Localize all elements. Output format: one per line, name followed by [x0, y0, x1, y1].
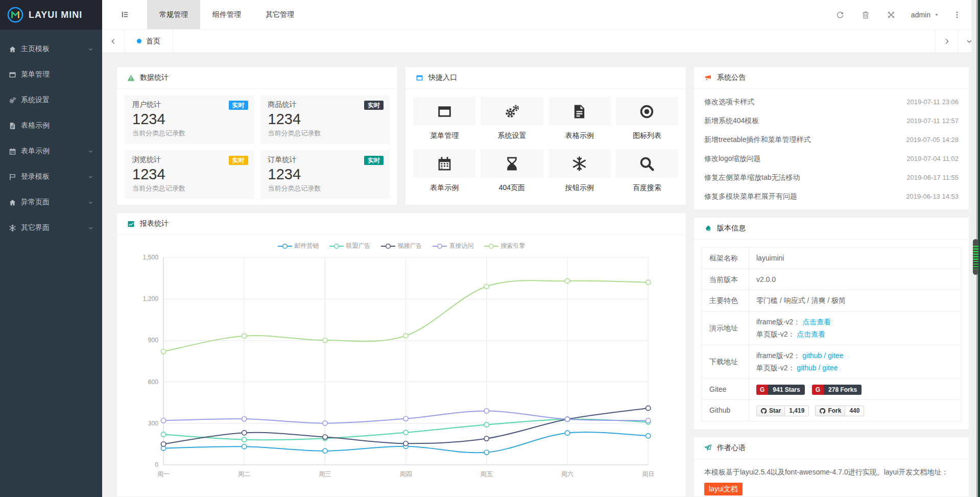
sidebar-item[interactable]: 表单示例: [0, 138, 102, 164]
shortcut-item[interactable]: 图标列表: [616, 97, 678, 147]
tab-home-label: 首页: [146, 37, 160, 46]
shortcut-label: 图标列表: [616, 131, 678, 140]
announcement-row[interactable]: 新增系统404模板2019-07-11 12:57: [694, 111, 969, 130]
leaf-icon: [704, 225, 712, 232]
version-row: 当前版本v2.0.0: [702, 269, 961, 290]
version-table-body: 框架名称layuimini当前版本v2.0.0主要特色零门槛 / 响应式 / 清…: [702, 248, 961, 421]
version-row-label: 当前版本: [702, 269, 749, 290]
version-row-value: G941 StarsG278 Forks: [749, 378, 961, 400]
tabs-scroll-left-button[interactable]: [102, 30, 125, 53]
sidebar-item[interactable]: 登录模板: [0, 164, 102, 190]
version-link[interactable]: 点击查看: [802, 318, 831, 326]
sidebar-item[interactable]: 主页模板: [0, 36, 102, 62]
chart-legend: 邮件营销联盟广告视频广告直接访问搜索引擎: [117, 235, 686, 251]
sidebar-toggle-button[interactable]: [102, 0, 147, 29]
version-link[interactable]: gitee: [822, 364, 838, 372]
announcements-list: 修改选项卡样式2019-07-11 23:06新增系统404模板2019-07-…: [694, 89, 969, 209]
snowflake-icon: [9, 224, 16, 232]
sidebar-item[interactable]: 异常页面: [0, 190, 102, 215]
shortcut-item[interactable]: 表单示例: [413, 149, 475, 199]
announcement-title: 修改logo缩放问题: [704, 154, 760, 163]
announcement-title: 修改选项卡样式: [704, 98, 754, 107]
version-row-value: Star1,419Fork440: [749, 400, 961, 421]
announcement-row[interactable]: 新增treetable插件和菜单管理样式2019-07-05 14:28: [694, 130, 969, 149]
sidebar-item[interactable]: 菜单管理: [0, 62, 102, 87]
home-icon: [9, 199, 16, 206]
layui-doc-badge[interactable]: layui文档: [704, 483, 743, 495]
svg-text:300: 300: [148, 420, 159, 427]
legend-label: 搜索引擎: [501, 242, 525, 250]
gitee-badge[interactable]: G941 Stars: [756, 385, 805, 395]
tabs-scroll-right-button[interactable]: [935, 30, 958, 53]
version-row: GithubStar1,419Fork440: [702, 400, 961, 421]
outdent-icon: [121, 10, 129, 19]
announcement-row[interactable]: 修复左侧菜单缩放tab无法移动2019-06-17 11:55: [694, 168, 969, 187]
version-panel-header: 版本信息: [694, 218, 969, 240]
github-badge[interactable]: Fork440: [815, 406, 864, 416]
clear-cache-button[interactable]: [853, 0, 878, 29]
report-chart: 03006009001,2001,500周一周二周三周四周五周六周日: [117, 251, 686, 496]
version-link[interactable]: github: [802, 351, 822, 360]
announcements-panel-header: 系统公告: [694, 67, 969, 89]
page-scrollbar-thumb[interactable]: [973, 239, 978, 275]
legend-marker-icon: [433, 243, 447, 249]
legend-item[interactable]: 直接访问: [433, 242, 474, 250]
version-link[interactable]: github: [797, 364, 816, 372]
header-tab[interactable]: 其它管理: [253, 0, 306, 29]
logo[interactable]: LAYUI MINI: [0, 0, 102, 30]
version-link[interactable]: gitee: [828, 351, 843, 360]
version-row-label: 框架名称: [702, 248, 749, 269]
tab-home[interactable]: 首页: [125, 30, 173, 53]
chevron-right-icon: [943, 38, 950, 45]
gitee-icon: G: [812, 385, 824, 395]
version-table-wrap: 框架名称layuimini当前版本v2.0.0主要特色零门槛 / 响应式 / 清…: [694, 240, 969, 429]
announcement-row[interactable]: 修改logo缩放问题2019-07-04 11:02: [694, 149, 969, 168]
header-tab[interactable]: 组件管理: [200, 0, 253, 29]
version-row-value: iframe版-v2： 点击查看单页版-v2： 点击查看: [749, 311, 961, 345]
version-row-label: Gitee: [702, 378, 749, 400]
shortcut-item[interactable]: 系统设置: [481, 97, 543, 147]
shortcut-item[interactable]: 404页面: [481, 149, 543, 199]
stat-card-desc: 当前分类总记录数: [132, 184, 247, 193]
sidebar-item[interactable]: 表格示例: [0, 113, 102, 138]
user-menu[interactable]: admin: [904, 0, 946, 29]
stat-card-desc: 当前分类总记录数: [132, 129, 247, 138]
svg-text:周四: 周四: [399, 470, 412, 478]
sidebar-item-label: 其它界面: [21, 223, 88, 232]
stat-card: 订单统计1234当前分类总记录数实时: [260, 150, 390, 199]
legend-item[interactable]: 联盟广告: [329, 242, 371, 250]
shortcut-label: 按钮示例: [548, 183, 611, 193]
svg-text:周六: 周六: [561, 470, 573, 478]
legend-item[interactable]: 视频广告: [381, 242, 422, 250]
stat-card-value: 1234: [268, 111, 383, 128]
legend-item[interactable]: 邮件营销: [278, 242, 319, 250]
stats-panel-title: 数据统计: [140, 73, 169, 82]
gitee-icon: G: [756, 385, 768, 395]
legend-marker-icon: [381, 243, 395, 249]
shortcuts-panel-header: 快捷入口: [405, 67, 686, 89]
shortcut-item[interactable]: 表格示例: [548, 97, 611, 147]
more-menu-button[interactable]: [946, 0, 968, 29]
shortcut-item[interactable]: 百度搜索: [616, 149, 678, 199]
shortcut-label: 表单示例: [413, 183, 475, 193]
shortcut-item[interactable]: 按钮示例: [548, 149, 611, 199]
announcement-row[interactable]: 修复多模块菜单栏展开有问题2019-06-13 14:53: [694, 187, 969, 206]
gitee-badge[interactable]: G278 Forks: [812, 385, 862, 395]
legend-item[interactable]: 搜索引擎: [484, 242, 525, 250]
announcement-row[interactable]: 修改选项卡样式2019-07-11 23:06: [694, 92, 969, 111]
version-row-label: Github: [702, 400, 749, 421]
github-badge[interactable]: Star1,419: [756, 406, 809, 416]
version-link[interactable]: 点击查看: [797, 330, 825, 338]
more-vertical-icon: [953, 11, 961, 19]
sidebar-item[interactable]: 其它界面: [0, 215, 102, 241]
sidebar-item-label: 菜单管理: [21, 70, 93, 79]
refresh-button[interactable]: [827, 0, 853, 29]
line-chart: 03006009001,2001,500周一周二周三周四周五周六周日: [125, 251, 678, 486]
fullscreen-button[interactable]: [878, 0, 904, 29]
shortcut-item[interactable]: 菜单管理: [413, 97, 475, 147]
announcements-panel-title: 系统公告: [717, 73, 746, 82]
header-tab[interactable]: 常规管理: [147, 0, 200, 29]
sidebar-item[interactable]: 系统设置: [0, 87, 102, 113]
announcement-title: 新增treetable插件和菜单管理样式: [704, 135, 810, 145]
version-panel-title: 版本信息: [717, 224, 746, 233]
